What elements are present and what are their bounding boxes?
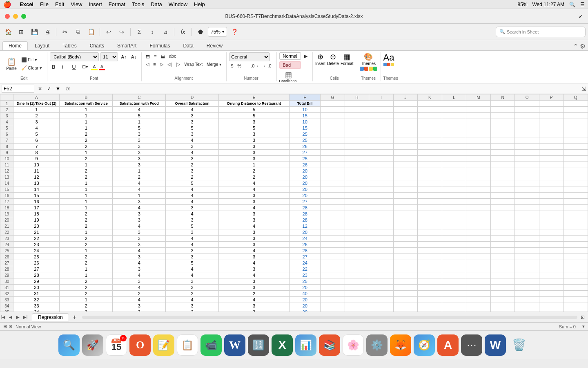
cell-D15[interactable]: 4 xyxy=(166,186,219,193)
cell-O6[interactable] xyxy=(515,131,539,137)
cell-A11[interactable]: 10 xyxy=(13,162,60,168)
cell-E30[interactable]: 3 xyxy=(219,278,290,285)
cell-D12[interactable]: 3 xyxy=(166,168,219,174)
cell-K32[interactable] xyxy=(418,291,442,297)
menubar-window[interactable]: Window xyxy=(169,1,187,7)
cell-J16[interactable] xyxy=(393,193,418,199)
cell-N28[interactable] xyxy=(490,266,515,272)
cell-K14[interactable] xyxy=(418,180,442,186)
cell-M31[interactable] xyxy=(466,285,491,291)
cell-N8[interactable] xyxy=(490,144,515,150)
cell-J27[interactable] xyxy=(393,260,418,266)
cell-O24[interactable] xyxy=(515,242,539,248)
decrease-font-btn[interactable]: A↓ xyxy=(129,53,138,61)
toolbar-sort-icon[interactable]: ↕ xyxy=(147,26,158,38)
cell-O22[interactable] xyxy=(515,229,539,236)
cell-F4[interactable]: 10 xyxy=(290,119,321,125)
cell-I28[interactable] xyxy=(369,266,394,272)
cell-N33[interactable] xyxy=(490,297,515,303)
cell-N26[interactable] xyxy=(490,254,515,260)
cell-N13[interactable] xyxy=(490,174,515,180)
cell-N24[interactable] xyxy=(490,242,515,248)
cell-A9[interactable]: 8 xyxy=(13,150,60,156)
cell-B10[interactable]: 2 xyxy=(60,156,113,162)
cell-B20[interactable]: 2 xyxy=(60,217,113,223)
cell-J19[interactable] xyxy=(393,211,418,217)
cell-K6[interactable] xyxy=(418,131,442,137)
cell-P22[interactable] xyxy=(539,229,564,236)
paste-button[interactable]: 📋 Paste xyxy=(4,52,19,75)
cell-E18[interactable]: 4 xyxy=(219,205,290,211)
cell-M30[interactable] xyxy=(466,278,491,285)
col-header-H[interactable]: H xyxy=(345,94,369,101)
cell-F11[interactable]: 26 xyxy=(290,162,321,168)
cell-E29[interactable]: 4 xyxy=(219,272,290,278)
cell-N17[interactable] xyxy=(490,199,515,205)
cell-G13[interactable] xyxy=(321,174,345,180)
cell-O16[interactable] xyxy=(515,193,539,199)
cell-L30[interactable] xyxy=(442,278,466,285)
cell-G22[interactable] xyxy=(321,229,345,236)
cell-Q28[interactable] xyxy=(564,266,588,272)
cell-A21[interactable]: 20 xyxy=(13,223,60,229)
formula-dropdown-btn[interactable]: ▼ xyxy=(54,85,62,93)
cell-M7[interactable] xyxy=(466,137,491,144)
cell-J13[interactable] xyxy=(393,174,418,180)
cell-Q23[interactable] xyxy=(564,236,588,242)
cell-F17[interactable]: 27 xyxy=(290,199,321,205)
cell-L34[interactable] xyxy=(442,303,466,309)
cell-O31[interactable] xyxy=(515,285,539,291)
cell-Q9[interactable] xyxy=(564,150,588,156)
cell-F28[interactable]: 22 xyxy=(290,266,321,272)
cell-H29[interactable] xyxy=(345,272,369,278)
cell-F23[interactable]: 24 xyxy=(290,236,321,242)
dock-firefox[interactable]: 🦊 xyxy=(390,334,411,356)
cell-P16[interactable] xyxy=(539,193,564,199)
cell-D31[interactable]: 3 xyxy=(166,285,219,291)
cell-E16[interactable]: 3 xyxy=(219,193,290,199)
cell-D20[interactable]: 3 xyxy=(166,217,219,223)
cell-B1[interactable]: Satisfaction with Service xyxy=(60,101,113,107)
cell-L13[interactable] xyxy=(442,174,466,180)
cell-F30[interactable]: 25 xyxy=(290,278,321,285)
cell-A18[interactable]: 17 xyxy=(13,205,60,211)
cell-C31[interactable]: 4 xyxy=(113,285,166,291)
cell-K1[interactable] xyxy=(418,101,442,107)
col-header-L[interactable]: L xyxy=(442,94,466,101)
font-size-select[interactable]: 11 xyxy=(100,52,118,61)
cell-K34[interactable] xyxy=(418,303,442,309)
cell-K25[interactable] xyxy=(418,248,442,254)
cell-L16[interactable] xyxy=(442,193,466,199)
cell-G31[interactable] xyxy=(321,285,345,291)
cell-P23[interactable] xyxy=(539,236,564,242)
cell-G16[interactable] xyxy=(321,193,345,199)
cell-N14[interactable] xyxy=(490,180,515,186)
cell-B28[interactable]: 1 xyxy=(60,266,113,272)
cell-L28[interactable] xyxy=(442,266,466,272)
cell-M19[interactable] xyxy=(466,211,491,217)
cell-E7[interactable]: 3 xyxy=(219,137,290,144)
cell-B30[interactable]: 2 xyxy=(60,278,113,285)
menubar-tools[interactable]: Tools xyxy=(132,1,144,7)
cell-J8[interactable] xyxy=(393,144,418,150)
cell-A25[interactable]: 24 xyxy=(13,248,60,254)
cell-Q12[interactable] xyxy=(564,168,588,174)
cell-G2[interactable] xyxy=(321,107,345,113)
cell-C30[interactable]: 3 xyxy=(113,278,166,285)
sheet-last-btn[interactable]: ▶| xyxy=(22,314,29,321)
maximize-button[interactable] xyxy=(21,14,26,19)
cell-N30[interactable] xyxy=(490,278,515,285)
cell-D11[interactable]: 2 xyxy=(166,162,219,168)
cell-L1[interactable] xyxy=(442,101,466,107)
cell-D26[interactable]: 3 xyxy=(166,254,219,260)
cell-G28[interactable] xyxy=(321,266,345,272)
cell-P4[interactable] xyxy=(539,119,564,125)
cell-I5[interactable] xyxy=(369,125,394,131)
cell-I14[interactable] xyxy=(369,180,394,186)
toolbar-help-icon[interactable]: ❓ xyxy=(229,26,240,38)
cell-E14[interactable]: 4 xyxy=(219,180,290,186)
align-left-btn[interactable]: ◁ xyxy=(144,61,151,68)
fullscreen-icon[interactable]: ⤢ xyxy=(579,13,583,19)
cell-H24[interactable] xyxy=(345,242,369,248)
dock-calendar[interactable]: JUN 15 15 xyxy=(106,334,127,356)
